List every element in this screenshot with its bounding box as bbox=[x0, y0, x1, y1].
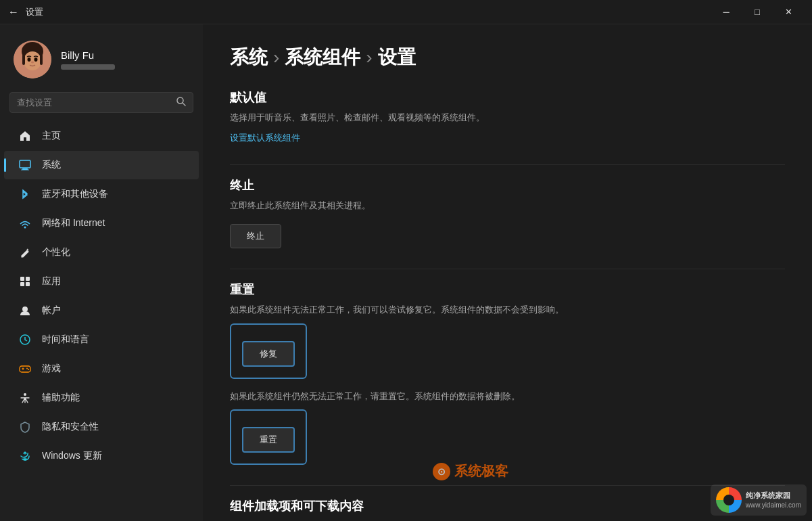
divider-1 bbox=[230, 164, 785, 165]
svg-rect-12 bbox=[21, 170, 29, 171]
sidebar-item-bluetooth-label: 蓝牙和其他设备 bbox=[42, 188, 108, 200]
sidebar-item-home[interactable]: 主页 bbox=[4, 122, 199, 150]
sidebar: Billy Fu bbox=[0, 24, 203, 521]
terminate-section: 终止 立即终止此系统组件及其相关进程。 终止 bbox=[230, 177, 785, 249]
defaults-section: 默认值 选择用于听音乐、查看照片、检查邮件、观看视频等的系统组件。 设置默认系统… bbox=[230, 89, 785, 144]
close-button[interactable]: ✕ bbox=[773, 1, 804, 23]
avatar bbox=[14, 41, 51, 78]
maximize-icon: □ bbox=[755, 7, 760, 17]
addons-title: 组件加载项和可下载内容 bbox=[230, 498, 785, 514]
repair-desc: 如果此系统组件无法正常工作，我们可以尝试修复它。系统组件的数据不会受到影响。 bbox=[230, 303, 785, 317]
titlebar-left: ← 设置 bbox=[8, 6, 43, 18]
svg-point-22 bbox=[28, 369, 29, 370]
minimize-icon: ─ bbox=[723, 7, 729, 17]
privacy-icon bbox=[18, 420, 32, 434]
user-section[interactable]: Billy Fu bbox=[0, 30, 203, 92]
back-button[interactable]: ← bbox=[8, 6, 19, 18]
divider-2 bbox=[230, 269, 785, 269]
svg-line-9 bbox=[183, 103, 185, 106]
network-icon bbox=[18, 216, 32, 231]
watermark-text: 系统极客 bbox=[454, 462, 508, 480]
personalization-icon bbox=[18, 245, 32, 260]
logo-icon bbox=[716, 487, 742, 513]
windows-update-icon bbox=[18, 449, 32, 463]
terminate-button[interactable]: 终止 bbox=[230, 224, 281, 248]
svg-rect-6 bbox=[22, 54, 25, 65]
reset-section: 重置 如果此系统组件无法正常工作，我们可以尝试修复它。系统组件的数据不会受到影响… bbox=[230, 281, 785, 465]
svg-point-5 bbox=[31, 62, 34, 64]
reset-title: 重置 bbox=[230, 281, 785, 298]
sidebar-nav: 主页 系统 蓝牙 bbox=[0, 121, 203, 471]
breadcrumb-part2: 系统组件 bbox=[285, 45, 360, 70]
reset-button[interactable]: 重置 bbox=[242, 427, 295, 453]
svg-point-13 bbox=[24, 227, 26, 229]
defaults-title: 默认值 bbox=[230, 89, 785, 106]
user-name: Billy Fu bbox=[61, 49, 115, 61]
sidebar-item-home-label: 主页 bbox=[42, 130, 61, 142]
sidebar-item-windows-update[interactable]: Windows 更新 bbox=[4, 442, 199, 470]
accessibility-icon bbox=[18, 390, 32, 405]
svg-point-21 bbox=[26, 368, 28, 369]
minimize-button[interactable]: ─ bbox=[711, 1, 742, 23]
divider-3 bbox=[230, 485, 785, 486]
sidebar-item-windows-update-label: Windows 更新 bbox=[42, 450, 102, 462]
sidebar-item-apps[interactable]: 应用 bbox=[4, 267, 199, 296]
logo-text-block: 纯净系统家园 www.yidaimei.com bbox=[746, 491, 801, 509]
svg-rect-16 bbox=[20, 282, 24, 286]
apps-icon bbox=[18, 274, 32, 289]
repair-highlighted-group: 修复 bbox=[230, 323, 307, 379]
gaming-icon bbox=[18, 361, 32, 376]
sidebar-item-time-label: 时间和语言 bbox=[42, 334, 89, 346]
back-icon: ← bbox=[8, 6, 19, 18]
sidebar-item-gaming[interactable]: 游戏 bbox=[4, 355, 199, 383]
svg-rect-15 bbox=[26, 277, 30, 281]
breadcrumb-part1: 系统 bbox=[230, 45, 268, 70]
titlebar: ← 设置 ─ □ ✕ bbox=[0, 0, 812, 24]
sidebar-item-privacy-label: 隐私和安全性 bbox=[42, 421, 99, 433]
reset-desc: 如果此系统组件仍然无法正常工作，请重置它。系统组件的数据将被删除。 bbox=[230, 390, 785, 403]
svg-point-4 bbox=[34, 58, 38, 62]
sidebar-item-accounts[interactable]: 帐户 bbox=[4, 296, 199, 325]
breadcrumb: 系统 › 系统组件 › 设置 bbox=[230, 45, 785, 70]
repair-button[interactable]: 修复 bbox=[242, 341, 295, 367]
defaults-link[interactable]: 设置默认系统组件 bbox=[230, 133, 300, 143]
sidebar-item-system-label: 系统 bbox=[42, 159, 61, 171]
svg-rect-7 bbox=[40, 54, 43, 65]
user-info: Billy Fu bbox=[61, 49, 115, 70]
sidebar-item-accounts-label: 帐户 bbox=[42, 304, 61, 317]
svg-point-3 bbox=[28, 58, 31, 62]
addons-section: 组件加载项和可下载内容 bbox=[230, 498, 785, 521]
sidebar-item-apps-label: 应用 bbox=[42, 275, 61, 288]
watermark-icon: ⊙ bbox=[433, 463, 450, 480]
logo-url: www.yidaimei.com bbox=[746, 501, 801, 509]
sidebar-item-time[interactable]: 时间和语言 bbox=[4, 325, 199, 354]
defaults-desc: 选择用于听音乐、查看照片、检查邮件、观看视频等的系统组件。 bbox=[230, 111, 785, 124]
sidebar-item-network[interactable]: 网络和 Internet bbox=[4, 209, 199, 237]
sidebar-item-privacy[interactable]: 隐私和安全性 bbox=[4, 413, 199, 441]
sidebar-item-personalization[interactable]: 个性化 bbox=[4, 238, 199, 267]
watermark: ⊙ 系统极客 bbox=[433, 462, 731, 480]
accounts-icon bbox=[18, 303, 32, 318]
app-body: Billy Fu bbox=[0, 24, 812, 521]
svg-point-23 bbox=[24, 393, 26, 396]
sidebar-item-bluetooth[interactable]: 蓝牙和其他设备 bbox=[4, 180, 199, 208]
svg-point-18 bbox=[22, 307, 28, 312]
terminate-title: 终止 bbox=[230, 177, 785, 194]
bottom-logo: 纯净系统家园 www.yidaimei.com bbox=[711, 484, 807, 516]
search-container bbox=[0, 92, 203, 121]
svg-rect-14 bbox=[20, 277, 24, 281]
sidebar-item-gaming-label: 游戏 bbox=[42, 363, 61, 375]
breadcrumb-sep1: › bbox=[273, 47, 279, 68]
maximize-button[interactable]: □ bbox=[742, 1, 773, 23]
titlebar-title: 设置 bbox=[26, 6, 43, 18]
bluetooth-icon bbox=[18, 187, 32, 202]
search-input[interactable] bbox=[17, 97, 171, 108]
sidebar-item-network-label: 网络和 Internet bbox=[42, 217, 105, 229]
sidebar-item-accessibility[interactable]: 辅助功能 bbox=[4, 384, 199, 412]
main-content: 系统 › 系统组件 › 设置 默认值 选择用于听音乐、查看照片、检查邮件、观看视… bbox=[203, 24, 812, 521]
search-box[interactable] bbox=[9, 92, 193, 113]
sidebar-item-personalization-label: 个性化 bbox=[42, 246, 70, 258]
sidebar-item-system[interactable]: 系统 bbox=[4, 151, 199, 179]
logo-name: 纯净系统家园 bbox=[746, 491, 801, 500]
reset-highlighted-group: 重置 bbox=[230, 409, 307, 465]
